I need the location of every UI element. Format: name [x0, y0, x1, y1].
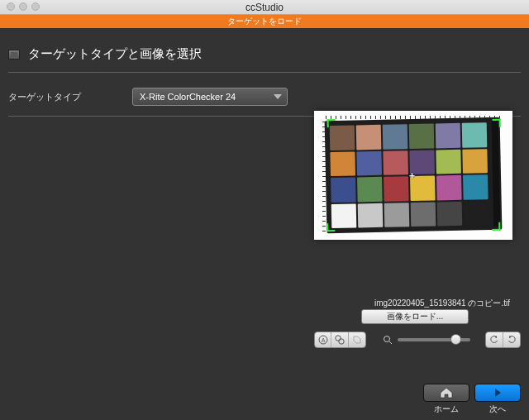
play-icon	[493, 388, 503, 398]
footer-buttons	[423, 384, 521, 402]
next-button[interactable]	[474, 384, 521, 402]
load-image-label: 画像をロード...	[387, 311, 443, 322]
tag-mode-icon[interactable]	[349, 332, 365, 347]
svg-point-4	[384, 336, 389, 342]
colorchecker-patch	[436, 149, 461, 174]
window-title: ccStudio	[245, 2, 284, 13]
page-title: ターゲットタイプと画像を選択	[28, 46, 202, 62]
next-button-label: 次へ	[474, 403, 521, 415]
heading-icon	[8, 50, 20, 60]
crop-corner-tr[interactable]	[493, 119, 501, 127]
target-mode-icon[interactable]	[331, 332, 348, 347]
colorchecker-patch	[383, 150, 408, 175]
view-mode-toggle[interactable]: A	[314, 332, 366, 348]
zoom-slider-thumb[interactable]	[450, 334, 461, 345]
load-image-button[interactable]: 画像をロード...	[361, 309, 469, 324]
colorchecker-patch	[436, 175, 462, 200]
svg-point-2	[336, 336, 341, 341]
colorchecker-patch	[331, 177, 356, 202]
rotate-toggle[interactable]	[485, 332, 521, 348]
crop-corner-br[interactable]	[492, 222, 500, 231]
colorchecker-patch	[462, 149, 488, 174]
minimize-dot[interactable]	[19, 2, 27, 11]
crop-corner-tl[interactable]	[327, 119, 336, 127]
colorchecker-patch	[383, 124, 408, 149]
step-banner-text: ターゲットをロード	[227, 16, 302, 27]
colorchecker-patch	[463, 174, 488, 199]
home-button[interactable]	[423, 384, 469, 402]
svg-text:A: A	[321, 337, 325, 343]
targettype-label: ターゲットタイプ	[8, 91, 83, 103]
zoom-dot[interactable]	[31, 2, 40, 11]
svg-point-3	[339, 339, 344, 344]
grid-mode-icon[interactable]: A	[315, 332, 331, 347]
colorchecker-patch	[409, 123, 435, 148]
colorchecker-patch	[436, 123, 461, 148]
colorchecker-patch	[331, 203, 357, 228]
colorchecker-patch	[464, 201, 489, 226]
magnifier-icon	[383, 335, 393, 345]
crop-corner-bl[interactable]	[326, 223, 335, 231]
colorchecker-patch	[330, 151, 355, 176]
colorchecker-patch	[411, 202, 436, 227]
colorchecker-patch	[356, 125, 382, 150]
home-icon	[439, 387, 454, 399]
targettype-selected: X-Rite ColorChecker 24	[140, 92, 236, 102]
colorchecker-patch	[462, 122, 488, 147]
footer-labels: ホーム 次へ	[423, 403, 521, 415]
colorchecker-patch	[384, 176, 409, 201]
cursor-crosshair-icon: +	[409, 170, 415, 182]
traffic-lights	[7, 2, 40, 11]
preview-tools: A	[314, 331, 521, 349]
chevron-down-icon	[274, 94, 282, 99]
preview-filename: img20220405_15193841 のコピー.tif	[355, 298, 529, 309]
zoom-slider[interactable]	[398, 338, 471, 341]
rotate-left-icon[interactable]	[486, 332, 503, 347]
colorchecker-patch	[358, 203, 384, 227]
step-banner: ターゲットをロード	[0, 15, 529, 28]
svg-line-5	[389, 341, 392, 344]
colorchecker-patch	[330, 125, 355, 150]
rotate-right-icon[interactable]	[503, 332, 520, 347]
colorchecker-patch	[437, 201, 463, 226]
close-dot[interactable]	[7, 2, 15, 11]
colorchecker-patch	[356, 150, 382, 175]
colorchecker-side-strip	[492, 121, 501, 227]
home-button-label: ホーム	[423, 403, 469, 415]
targettype-dropdown[interactable]: X-Rite ColorChecker 24	[132, 88, 288, 106]
window-titlebar: ccStudio	[0, 0, 529, 15]
colorchecker-patch	[357, 177, 383, 202]
page-heading: ターゲットタイプと画像を選択	[0, 28, 529, 70]
colorchecker-patch	[384, 203, 410, 227]
